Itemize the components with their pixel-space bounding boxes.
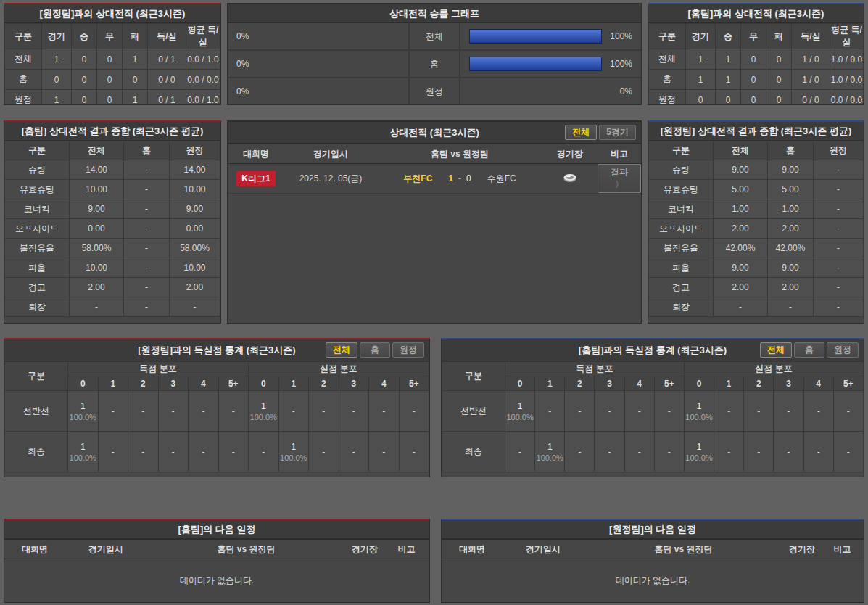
column-header: 비고 bbox=[598, 144, 641, 164]
away-win-bar bbox=[469, 57, 602, 71]
column-header: 패 bbox=[123, 24, 147, 49]
column-header: 대회명 bbox=[442, 540, 503, 559]
data-cell: - bbox=[124, 219, 169, 238]
distribution-cell: - bbox=[99, 432, 128, 472]
data-cell: - bbox=[124, 258, 169, 277]
data-cell: 0 bbox=[741, 70, 766, 89]
row-label: 퇴장 bbox=[649, 297, 713, 316]
distribution-cell: - bbox=[804, 432, 833, 472]
score-col-header: 2 bbox=[128, 376, 158, 390]
data-cell: - bbox=[814, 160, 863, 179]
data-cell: - bbox=[124, 199, 169, 218]
winrate-graph: 0%전체100%0%홈100%0%원정0% bbox=[228, 23, 641, 104]
panel-title: [원정팀]과의 상대전적 (최근3시즌) bbox=[4, 4, 220, 23]
score-divider: - bbox=[458, 173, 461, 184]
away-h2h-table: 구분경기승무패득/실평균 득/실전체10010 / 10.0 / 1.0홈000… bbox=[4, 23, 220, 105]
score-col-header: 4 bbox=[625, 376, 654, 390]
score-col-header: 1 bbox=[279, 376, 309, 390]
filter-tab-0[interactable]: 전체 bbox=[760, 342, 792, 358]
filter-tab-2[interactable]: 원정 bbox=[827, 342, 859, 358]
distribution-cell: 1100.0% bbox=[505, 391, 534, 431]
column-header: 원정 bbox=[814, 141, 863, 160]
row-label: 오프사이드 bbox=[649, 219, 713, 238]
distribution-cell: - bbox=[714, 432, 743, 472]
table-row: 코너킥1.001.00- bbox=[649, 199, 863, 218]
filter-tab-1[interactable]: 홈 bbox=[360, 342, 390, 358]
distribution-cell: - bbox=[714, 391, 743, 431]
table-row: 전체10010 / 10.0 / 1.0 bbox=[5, 49, 220, 69]
data-cell: 0 bbox=[766, 70, 791, 89]
row-label: 전체 bbox=[5, 49, 41, 69]
graph-row: 0%홈100% bbox=[228, 51, 641, 78]
row-label: 파울 bbox=[649, 258, 713, 277]
row-label: 파울 bbox=[5, 258, 69, 277]
filter-tab-0[interactable]: 전체 bbox=[565, 125, 597, 140]
panel-home-goal-stats: [홈팀]과의 득실점 통계 (최근3시즌) 전체홈원정 구분득점 분포실점 분포… bbox=[441, 338, 864, 477]
column-header: 대회명 bbox=[228, 144, 284, 164]
row-label: 경고 bbox=[5, 278, 69, 297]
graph-row: 0%전체100% bbox=[228, 23, 641, 51]
filter-tab-0[interactable]: 전체 bbox=[326, 342, 357, 358]
data-cell: 0 bbox=[766, 90, 791, 105]
data-cell: 5.00 bbox=[768, 180, 813, 199]
distribution-cell: 1100.0% bbox=[249, 391, 278, 431]
table-row: 파울10.00-10.00 bbox=[5, 258, 220, 277]
distribution-cell: - bbox=[505, 432, 534, 472]
table-row: 경고2.00-2.00 bbox=[5, 278, 220, 297]
panel-away-goal-stats: [원정팀]과의 득실점 통계 (최근3시즌) 전체홈원정 구분득점 분포실점 분… bbox=[4, 338, 430, 477]
data-cell: 2.00 bbox=[714, 219, 767, 238]
panel-home-next-schedule: [홈팀]의 다음 일정 대회명경기일시홈팀 vs 원정팀경기장비고 데이터가 없… bbox=[4, 519, 430, 603]
score-col-header: 2 bbox=[309, 376, 339, 390]
column-header: 원정 bbox=[170, 141, 220, 160]
panel-away-h2h-record: [원정팀]과의 상대전적 (최근3시즌) 구분경기승무패득/실평균 득/실전체1… bbox=[4, 3, 221, 105]
match-count: 1 bbox=[685, 401, 714, 411]
score-col-header: 0 bbox=[68, 376, 98, 390]
column-header: 경기장 bbox=[783, 540, 821, 559]
panel-home-summary: [홈팀] 상대전적 결과 종합 (최근3시즌 평균) 구분전체홈원정슈팅14.0… bbox=[4, 120, 221, 324]
table-row: 오프사이드2.002.00- bbox=[649, 219, 863, 238]
distribution-cell: 1100.0% bbox=[535, 432, 564, 472]
header-row: 대회명경기일시홈팀 vs 원정팀경기장비고 bbox=[4, 540, 429, 559]
header-row: 구분전체홈원정 bbox=[649, 141, 863, 160]
data-cell: 2.00 bbox=[768, 278, 813, 297]
away-goal-stats-table: 구분득점 분포실점 분포012345+012345+전반전1100.0%----… bbox=[4, 361, 429, 472]
column-header: 평균 득/실 bbox=[830, 24, 863, 49]
group-header-row: 구분득점 분포실점 분포 bbox=[5, 362, 429, 376]
data-cell: 0 bbox=[72, 49, 96, 69]
filter-tab-2[interactable]: 원정 bbox=[392, 342, 424, 358]
distribution-cell: - bbox=[279, 391, 309, 431]
data-cell: 0 bbox=[72, 90, 96, 105]
data-cell: - bbox=[814, 180, 863, 199]
table-row: 볼점유율58.00%-58.00% bbox=[5, 239, 220, 258]
column-header: 구분 bbox=[5, 141, 69, 160]
filter-tab-1[interactable]: 홈 bbox=[794, 342, 824, 358]
data-cell: - bbox=[70, 297, 123, 316]
column-header: 승 bbox=[72, 24, 96, 49]
home-team-name: 부천FC bbox=[403, 173, 432, 185]
column-header: 홈팀 vs 원정팀 bbox=[584, 540, 783, 559]
data-cell: 9.00 bbox=[70, 199, 123, 218]
data-cell: 0 / 0 bbox=[148, 70, 186, 89]
column-header: 무 bbox=[741, 24, 766, 49]
score-cols-row: 012345+012345+ bbox=[442, 376, 863, 390]
graph-row-label: 전체 bbox=[408, 23, 460, 49]
table-row: 파울9.009.00- bbox=[649, 258, 863, 277]
league-cell: K리그1 bbox=[228, 164, 284, 194]
match-count: 1 bbox=[535, 442, 564, 452]
table-row: 슈팅9.009.00- bbox=[649, 160, 863, 179]
stadium-cell bbox=[542, 164, 598, 194]
data-cell: 42.00% bbox=[768, 239, 813, 258]
data-cell: 9.00 bbox=[768, 160, 813, 179]
group-header: 득점 분포 bbox=[505, 362, 684, 376]
result-button[interactable]: 결과 〉 bbox=[598, 164, 641, 193]
distribution-cell: - bbox=[128, 391, 158, 431]
corner-header: 구분 bbox=[5, 362, 67, 390]
distribution-cell: - bbox=[219, 391, 249, 431]
column-header: 구분 bbox=[649, 24, 685, 49]
column-header: 승 bbox=[716, 24, 740, 49]
header-row: 구분전체홈원정 bbox=[5, 141, 220, 160]
filter-tab-1[interactable]: 5경기 bbox=[599, 125, 636, 140]
row-label: 홈 bbox=[649, 70, 685, 89]
home-score: 1 bbox=[448, 173, 453, 184]
data-cell: 0 bbox=[741, 90, 766, 105]
